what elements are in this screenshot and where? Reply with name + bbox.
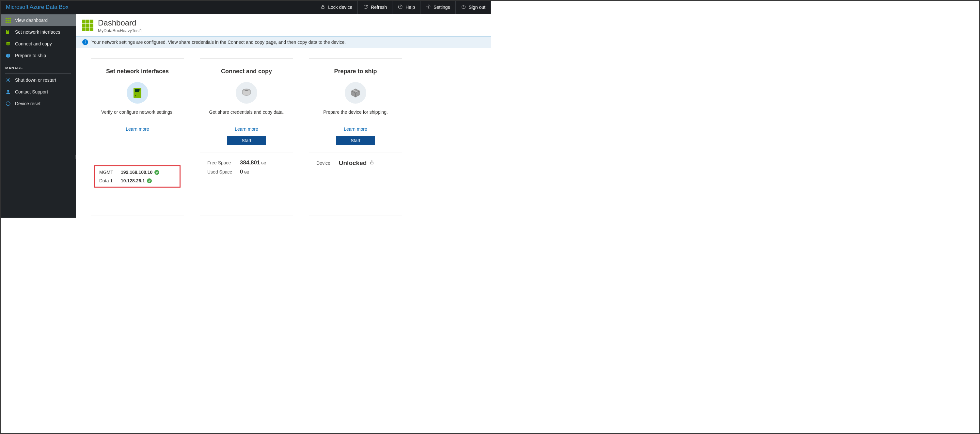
card-prepare-ship: Prepare to ship Prepare the device for s… <box>309 59 402 215</box>
help-label: Help <box>406 5 415 10</box>
refresh-label: Refresh <box>371 5 387 10</box>
free-space-unit: GB <box>261 161 266 165</box>
package-icon <box>5 53 11 59</box>
page-header: Dashboard MyDataBoxHeavyTest1 <box>76 14 491 36</box>
sidebar-item-label: Prepare to ship <box>15 53 46 58</box>
power-icon <box>461 4 466 10</box>
disk-stack-icon <box>236 82 257 104</box>
interface-name: MGMT <box>99 170 119 175</box>
gear-icon <box>426 4 431 10</box>
card-title: Connect and copy <box>221 68 272 75</box>
info-banner: i Your network settings are configured. … <box>76 36 491 48</box>
svg-rect-14 <box>7 30 8 31</box>
free-space-value: 384,801 <box>240 160 260 166</box>
used-space-value: 0 <box>240 169 243 175</box>
device-status-value: Unlocked <box>339 160 367 167</box>
sidebar-item-reset[interactable]: Device reset <box>1 98 76 110</box>
svg-rect-9 <box>10 20 11 21</box>
sidebar-item-connect-copy[interactable]: Connect and copy <box>1 38 76 49</box>
svg-rect-20 <box>139 89 140 91</box>
svg-rect-19 <box>135 89 139 92</box>
learn-more-link[interactable]: Learn more <box>344 126 367 132</box>
help-button[interactable]: Help <box>392 1 420 14</box>
check-icon <box>147 179 152 183</box>
card-connect-copy: Connect and copy Get share credentials a… <box>200 59 293 215</box>
signout-label: Sign out <box>469 5 485 10</box>
svg-rect-10 <box>6 22 7 23</box>
sidebar-item-label: Connect and copy <box>15 41 52 46</box>
divider <box>5 73 71 73</box>
card-network: Set network interfaces Verify or configu… <box>91 59 184 215</box>
main-content: Dashboard MyDataBoxHeavyTest1 i Your net… <box>76 14 491 218</box>
lock-device-button[interactable]: Lock device <box>315 1 358 14</box>
info-icon: i <box>82 39 88 45</box>
space-stats: Free Space 384,801GB Used Space 0GB <box>200 153 293 180</box>
lock-device-label: Lock device <box>328 5 352 10</box>
card-description: Get share credentials and copy data. <box>209 110 284 115</box>
sidebar-item-label: Set network interfaces <box>15 29 60 35</box>
svg-point-24 <box>245 90 248 91</box>
svg-point-17 <box>7 90 9 92</box>
info-banner-text: Your network settings are configured. Vi… <box>91 40 346 45</box>
settings-label: Settings <box>434 5 450 10</box>
free-space-label: Free Space <box>207 160 240 165</box>
learn-more-link[interactable]: Learn more <box>235 126 258 132</box>
svg-point-3 <box>428 6 429 8</box>
svg-point-21 <box>135 96 136 96</box>
svg-rect-7 <box>6 20 7 21</box>
start-button[interactable]: Start <box>336 136 375 145</box>
server-icon <box>127 82 148 104</box>
card-description: Prepare the device for shipping. <box>323 110 388 115</box>
sidebar-item-support[interactable]: Contact Support <box>1 86 76 98</box>
network-interfaces-box: MGMT 192.168.100.10 Data 1 10.128.26.1 <box>94 165 181 188</box>
device-label: Device <box>316 160 330 166</box>
sidebar-item-view-dashboard[interactable]: View dashboard <box>1 14 76 26</box>
learn-more-link[interactable]: Learn more <box>126 126 149 132</box>
dashboard-icon <box>82 20 93 31</box>
interface-name: Data 1 <box>99 178 119 183</box>
sidebar-item-label: Device reset <box>15 101 40 106</box>
card-title: Prepare to ship <box>334 68 377 75</box>
page-subtitle: MyDataBoxHeavyTest1 <box>98 28 142 33</box>
refresh-button[interactable]: Refresh <box>358 1 392 14</box>
svg-rect-6 <box>10 18 11 19</box>
svg-point-16 <box>8 80 9 81</box>
svg-rect-25 <box>371 162 373 164</box>
used-space-label: Used Space <box>207 169 240 174</box>
device-status-row: Device Unlocked <box>309 153 402 173</box>
top-bar: Microsoft Azure Data Box Lock device Ref… <box>1 1 491 14</box>
disk-icon <box>5 41 11 47</box>
interface-ip: 10.128.26.1 <box>121 178 145 183</box>
svg-rect-0 <box>321 6 324 8</box>
page-title: Dashboard <box>98 18 142 27</box>
signout-button[interactable]: Sign out <box>455 1 491 14</box>
gear-icon <box>5 77 11 83</box>
sidebar-item-label: Contact Support <box>15 89 48 94</box>
package-icon <box>345 82 366 104</box>
svg-rect-5 <box>8 18 9 19</box>
sidebar-item-prepare-ship[interactable]: Prepare to ship <box>1 49 76 61</box>
svg-rect-11 <box>8 22 9 23</box>
used-space-unit: GB <box>244 170 249 174</box>
brand-title: Microsoft Azure Data Box <box>1 1 74 14</box>
sidebar-item-shutdown[interactable]: Shut down or restart <box>1 74 76 86</box>
refresh-icon <box>363 4 368 10</box>
card-description: Verify or configure network settings. <box>101 110 174 115</box>
sidebar-item-label: View dashboard <box>15 18 48 23</box>
svg-rect-12 <box>10 22 11 23</box>
unlock-icon <box>369 160 374 167</box>
svg-rect-4 <box>6 18 7 19</box>
settings-button[interactable]: Settings <box>420 1 455 14</box>
lock-icon <box>320 4 326 10</box>
card-title: Set network interfaces <box>106 68 169 75</box>
sidebar-section-manage: MANAGE <box>1 61 76 72</box>
grid-icon <box>5 17 11 23</box>
sidebar: View dashboard Set network interfaces Co… <box>1 14 76 218</box>
check-icon <box>154 170 159 175</box>
person-icon <box>5 89 11 95</box>
sidebar-item-network[interactable]: Set network interfaces <box>1 26 76 38</box>
start-button[interactable]: Start <box>227 136 266 145</box>
reset-icon <box>5 101 11 107</box>
interface-ip: 192.168.100.10 <box>121 170 153 175</box>
help-icon <box>398 4 403 10</box>
